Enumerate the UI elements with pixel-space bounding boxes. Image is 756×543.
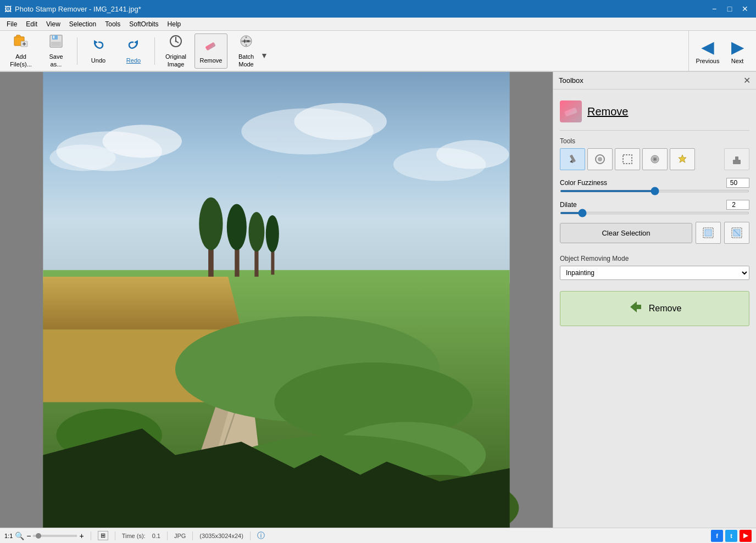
landscape-image — [0, 72, 553, 528]
app-icon: 🖼 — [4, 5, 12, 13]
magic-tool-button[interactable] — [642, 148, 668, 170]
stamp-tool-button[interactable] — [724, 148, 749, 170]
image-format: JPG — [174, 533, 186, 539]
color-fuzziness-slider-container — [560, 190, 749, 192]
menubar: File Edit View Selection Tools SoftOrbit… — [0, 18, 756, 31]
svg-marker-8 — [94, 40, 98, 44]
redo-button[interactable]: Redo — [117, 33, 150, 69]
menu-edit[interactable]: Edit — [21, 19, 42, 29]
time-label: Time (s): — [122, 533, 146, 539]
app-title: Photo Stamp Remover - IMG_2141.jpg* — [15, 5, 141, 13]
menu-tools[interactable]: Tools — [101, 19, 125, 29]
svg-rect-55 — [705, 229, 711, 236]
previous-button[interactable]: ◀ Previous — [693, 34, 722, 69]
titlebar-left: 🖼 Photo Stamp Remover - IMG_2141.jpg* — [4, 5, 141, 13]
rect-select-tool-button[interactable] — [615, 148, 640, 170]
toolbox-panel: Toolbox ✕ Remove — [553, 72, 756, 528]
menu-view[interactable]: View — [42, 19, 65, 29]
svg-marker-59 — [630, 301, 641, 312]
toolbox-close-button[interactable]: ✕ — [743, 75, 751, 86]
next-button[interactable]: ▶ Next — [723, 34, 752, 69]
svg-point-31 — [199, 198, 223, 250]
svg-rect-5 — [52, 35, 58, 40]
original-image-button[interactable]: OriginalImage — [159, 33, 192, 69]
select-all-button[interactable] — [696, 222, 721, 244]
undo-button[interactable]: Undo — [82, 33, 115, 69]
info-button[interactable]: ⓘ — [257, 531, 265, 541]
svg-rect-44 — [564, 108, 577, 117]
svg-point-26 — [294, 103, 386, 140]
zoom-in-button[interactable]: + — [79, 531, 84, 540]
undo-icon — [91, 37, 106, 56]
previous-label: Previous — [696, 58, 720, 64]
dilate-slider[interactable] — [560, 212, 749, 214]
zoom-out-button[interactable]: − — [26, 531, 31, 540]
color-fuzziness-label: Color Fuzziness — [560, 179, 607, 187]
redo-label: Redo — [126, 57, 141, 64]
facebook-icon[interactable]: f — [711, 530, 723, 542]
batch-dropdown-arrow[interactable]: ▼ — [260, 51, 268, 60]
eraser-tool-button[interactable] — [587, 148, 613, 170]
zoom-fit-button[interactable]: ⊞ — [98, 531, 108, 540]
svg-point-18 — [246, 44, 247, 46]
status-separator-4 — [192, 531, 193, 540]
object-removing-mode-select[interactable]: Inpainting Content Aware Texture Synthes… — [560, 266, 749, 280]
remove-section-icon — [560, 100, 582, 122]
object-removing-mode-dropdown-row: Inpainting Content Aware Texture Synthes… — [560, 266, 749, 280]
toolbox-title: Toolbox — [559, 76, 583, 85]
batch-mode-label: BatchMode — [238, 53, 254, 68]
menu-selection[interactable]: Selection — [65, 19, 101, 29]
titlebar-controls: − □ ✕ — [708, 2, 752, 15]
tools-row — [560, 148, 749, 170]
remove-button-label: Remove — [649, 304, 682, 314]
youtube-icon[interactable]: ▶ — [740, 530, 752, 542]
selection-row: Clear Selection — [560, 222, 749, 244]
svg-point-35 — [248, 212, 264, 251]
batch-mode-button[interactable]: BatchMode — [230, 33, 263, 69]
object-removing-mode-section: Object Removing Mode Inpainting Content … — [560, 255, 749, 280]
svg-point-48 — [598, 157, 602, 161]
svg-point-37 — [266, 215, 279, 252]
svg-point-13 — [175, 41, 177, 42]
menu-softorbits[interactable]: SoftOrbits — [125, 19, 163, 29]
color-fuzziness-slider[interactable] — [560, 190, 749, 192]
svg-point-28 — [436, 140, 509, 169]
svg-point-19 — [242, 41, 243, 42]
zoom-icon: 🔍 — [15, 531, 24, 540]
pencil-tool-button[interactable] — [560, 148, 585, 170]
clear-selection-button[interactable]: Clear Selection — [560, 223, 692, 243]
minimize-button[interactable]: − — [708, 2, 721, 15]
svg-rect-52 — [733, 160, 741, 164]
twitter-icon[interactable]: t — [725, 530, 737, 542]
batch-mode-icon — [238, 33, 254, 52]
svg-marker-51 — [679, 155, 686, 163]
undo-label: Undo — [91, 57, 105, 64]
zoom-control: 1:1 🔍 − + — [4, 531, 84, 540]
menu-file[interactable]: File — [2, 19, 21, 29]
svg-point-33 — [227, 204, 247, 250]
remove-tool-button[interactable]: Remove — [194, 33, 227, 69]
close-button[interactable]: ✕ — [738, 2, 752, 15]
save-as-label: Saveas... — [49, 53, 63, 68]
remove-section-header: Remove — [560, 96, 749, 131]
next-icon: ▶ — [731, 38, 743, 57]
deselect-button[interactable] — [724, 222, 749, 244]
menu-help[interactable]: Help — [163, 19, 186, 29]
dilate-slider-container — [560, 212, 749, 214]
add-files-button[interactable]: AddFile(s)... — [4, 33, 37, 69]
zoom-level: 1:1 — [4, 533, 13, 539]
zoom-slider-track — [33, 535, 77, 537]
maximize-button[interactable]: □ — [723, 2, 736, 15]
wand-tool-button[interactable] — [670, 148, 695, 170]
toolbar-separator-1 — [77, 37, 77, 65]
svg-point-23 — [103, 125, 182, 158]
dilate-label: Dilate — [560, 201, 577, 209]
main-area: Toolbox ✕ Remove — [0, 72, 756, 528]
toolbox-body: Remove Tools — [553, 89, 756, 528]
time-value: 0.1 — [152, 533, 160, 539]
remove-tool-label: Remove — [200, 57, 223, 64]
remove-button[interactable]: Remove — [560, 291, 749, 326]
save-as-button[interactable]: Saveas... — [40, 33, 73, 69]
svg-rect-53 — [735, 156, 738, 160]
canvas-area[interactable] — [0, 72, 553, 528]
